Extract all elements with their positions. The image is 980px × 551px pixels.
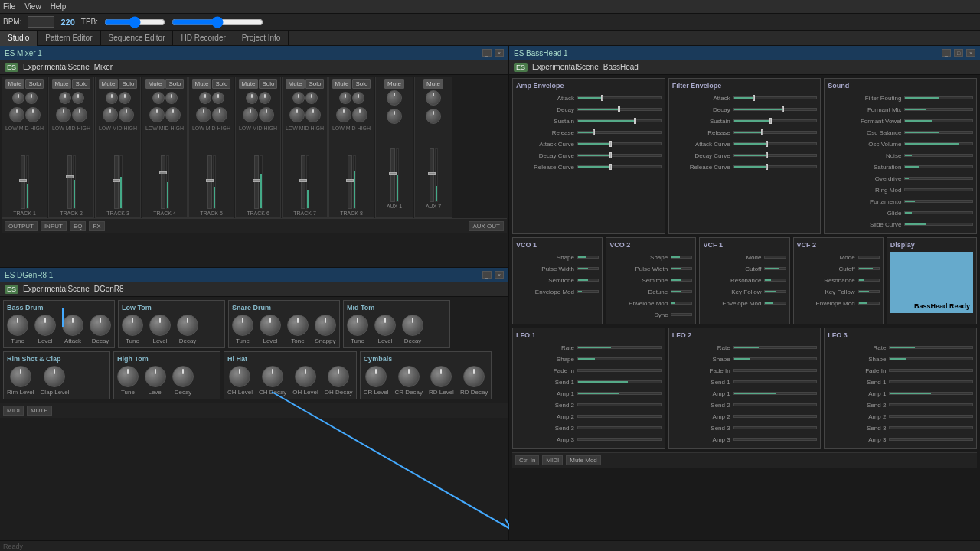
track-1-knob-1[interactable]: [12, 92, 24, 104]
aux-7-knob-1[interactable]: [426, 90, 441, 106]
lfo2-send2-slider[interactable]: [733, 403, 818, 406]
lfo3-shape-slider[interactable]: [889, 357, 973, 360]
basshead-close-btn[interactable]: ×: [966, 49, 975, 57]
track-6-knob-1[interactable]: [246, 92, 258, 104]
lfo2-fadein-slider[interactable]: [733, 369, 818, 372]
sd-level-knob[interactable]: [260, 315, 281, 336]
fil-decay-slider[interactable]: [733, 108, 818, 111]
amp-release-slider[interactable]: [577, 131, 662, 134]
track-2-mute[interactable]: Mute: [52, 79, 72, 89]
vcf2-keyfollow-slider[interactable]: [858, 290, 880, 293]
bd-tune-knob[interactable]: [7, 315, 28, 336]
snd-saturation-slider[interactable]: [904, 165, 973, 168]
track-1-knob-4[interactable]: [25, 107, 41, 122]
mt-level-knob[interactable]: [374, 315, 396, 336]
track-7-knob-4[interactable]: [305, 107, 321, 122]
snd-ringmod-slider[interactable]: [904, 188, 973, 191]
lfo2-amp1-slider[interactable]: [733, 392, 818, 395]
tab-hd-recorder[interactable]: HD Recorder: [173, 31, 234, 46]
track-6-knob-2[interactable]: [259, 92, 271, 104]
vco1-semitone-slider[interactable]: [577, 279, 599, 282]
oh-decay-knob[interactable]: [328, 366, 349, 387]
dgen-close-btn[interactable]: ×: [495, 271, 504, 279]
mixer-eq-btn[interactable]: EQ: [70, 221, 87, 231]
snd-filter-routing-slider[interactable]: [904, 96, 973, 99]
track-2-knob-3[interactable]: [56, 107, 71, 122]
track-4-knob-2[interactable]: [165, 92, 178, 104]
snd-osc-balance-slider[interactable]: [904, 131, 973, 134]
track-7-knob-2[interactable]: [305, 92, 318, 104]
fil-attack-slider[interactable]: [733, 96, 818, 99]
lfo3-send1-slider[interactable]: [889, 380, 973, 383]
track-3-solo[interactable]: Solo: [119, 79, 137, 89]
track-7-fader[interactable]: [301, 155, 305, 209]
vco2-envmod-slider[interactable]: [671, 302, 692, 305]
sd-snappy-knob[interactable]: [315, 315, 336, 336]
basshead-mute-btn[interactable]: Mute Mod: [566, 455, 601, 465]
snd-formant-vowel-slider[interactable]: [904, 119, 973, 122]
track-8-mute[interactable]: Mute: [332, 79, 352, 89]
tab-studio[interactable]: Studio: [0, 31, 38, 46]
mixer-fx-btn[interactable]: FX: [89, 221, 104, 231]
snd-osc-volume-slider[interactable]: [904, 142, 973, 145]
lfo1-amp1-slider[interactable]: [577, 392, 662, 395]
track-8-knob-3[interactable]: [336, 107, 351, 122]
track-1-knob-2[interactable]: [25, 92, 38, 104]
lfo3-send2-slider[interactable]: [889, 403, 973, 406]
vco1-envmod-slider[interactable]: [577, 290, 599, 293]
dgen-minimize-btn[interactable]: _: [482, 271, 492, 279]
track-5-solo[interactable]: Solo: [212, 79, 230, 89]
menu-view[interactable]: View: [24, 2, 41, 11]
basshead-minimize-btn[interactable]: _: [942, 49, 951, 57]
snd-portamento-slider[interactable]: [904, 200, 973, 203]
lfo2-send3-slider[interactable]: [733, 426, 818, 429]
vcf1-envmod-slider[interactable]: [764, 302, 786, 305]
mixer-minimize-btn[interactable]: _: [482, 49, 492, 57]
cr-decay-knob[interactable]: [398, 366, 420, 387]
snd-noise-slider[interactable]: [904, 154, 973, 157]
track-7-knob-3[interactable]: [289, 107, 305, 122]
rd-decay-knob[interactable]: [463, 366, 485, 387]
vcf2-envmod-slider[interactable]: [858, 302, 880, 305]
track-6-fader[interactable]: [254, 155, 259, 209]
lfo3-rate-slider[interactable]: [889, 346, 973, 349]
fil-release-slider[interactable]: [733, 131, 818, 134]
vcf1-keyfollow-slider[interactable]: [764, 290, 786, 293]
track-1-knob-3[interactable]: [9, 107, 24, 122]
track-1-mute[interactable]: Mute: [5, 79, 25, 89]
fil-relcurve-slider[interactable]: [733, 165, 818, 168]
lfo2-amp3-slider[interactable]: [733, 438, 818, 441]
tab-pattern-editor[interactable]: Pattern Editor: [38, 31, 100, 46]
track-3-knob-1[interactable]: [106, 92, 118, 104]
aux-7-knob-2[interactable]: [426, 109, 441, 124]
lfo1-amp3-slider[interactable]: [577, 438, 662, 441]
lfo1-send2-slider[interactable]: [577, 403, 662, 406]
vco2-detune-slider[interactable]: [671, 290, 692, 293]
ht-level-knob[interactable]: [145, 366, 166, 387]
tab-sequence-editor[interactable]: Sequence Editor: [101, 31, 174, 46]
vco1-pw-slider[interactable]: [577, 267, 599, 270]
amp-sustain-slider[interactable]: [577, 119, 662, 122]
vco2-semitone-slider[interactable]: [671, 279, 692, 282]
track-4-solo[interactable]: Solo: [165, 79, 184, 89]
amp-decay-slider[interactable]: [577, 108, 662, 111]
ht-decay-knob[interactable]: [172, 366, 194, 387]
vco2-pw-slider[interactable]: [671, 267, 692, 270]
track-3-knob-4[interactable]: [119, 107, 134, 122]
lfo3-amp3-slider[interactable]: [889, 438, 973, 441]
vco2-shape-slider[interactable]: [671, 256, 692, 259]
track-4-mute[interactable]: Mute: [145, 79, 165, 89]
lfo1-amp2-slider[interactable]: [577, 415, 662, 418]
track-5-knob-4[interactable]: [212, 107, 227, 122]
track-6-knob-4[interactable]: [259, 107, 274, 122]
mixer-input-btn[interactable]: INPUT: [41, 221, 67, 231]
mt-tune-knob[interactable]: [347, 315, 368, 336]
track-2-knob-2[interactable]: [72, 92, 84, 104]
track-4-knob-4[interactable]: [165, 107, 181, 122]
lfo2-send1-slider[interactable]: [733, 380, 818, 383]
track-1-fader[interactable]: [21, 155, 25, 209]
track-4-fader[interactable]: [161, 155, 165, 209]
vco2-sync-slider[interactable]: [671, 313, 692, 316]
track-4-knob-3[interactable]: [149, 107, 165, 122]
track-3-knob-3[interactable]: [103, 107, 118, 122]
